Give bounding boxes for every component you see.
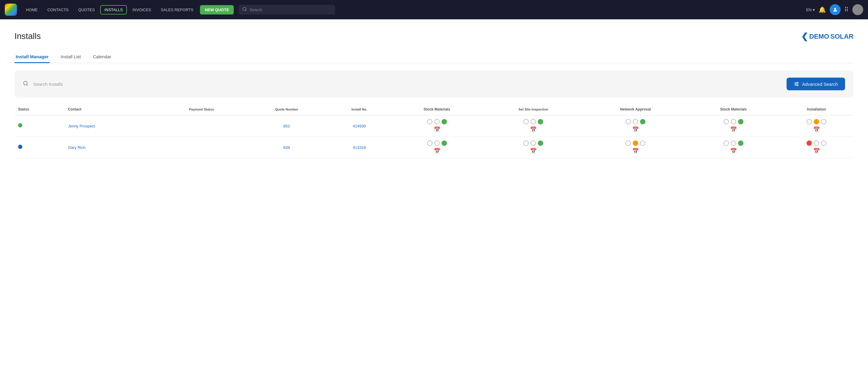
cell-quote-number: 852 xyxy=(246,115,328,137)
calendar-icon[interactable]: 📅 xyxy=(530,127,536,133)
radio-green-dot xyxy=(441,140,447,146)
nav-home[interactable]: HOME xyxy=(22,5,42,15)
col-header-network-approval: Network Approval xyxy=(584,105,687,115)
radio-red-dot xyxy=(806,140,812,146)
calendar-icon[interactable]: 📅 xyxy=(632,127,639,133)
svg-point-5 xyxy=(795,84,796,85)
radio-empty-dot xyxy=(731,119,736,124)
cell-status xyxy=(14,115,64,137)
svg-point-0 xyxy=(243,7,246,10)
col-header-install-no: Install No. xyxy=(328,105,391,115)
cell-installation: 📅 xyxy=(780,115,854,137)
tab-install-manager[interactable]: Install Manager xyxy=(14,51,50,63)
language-selector[interactable]: EN ▾ xyxy=(806,7,815,12)
cell-status xyxy=(14,137,64,158)
radio-green-dot xyxy=(441,119,447,124)
cell-payment-status xyxy=(158,115,245,137)
cell-stock-materials2: 📅 xyxy=(687,137,779,158)
col-header-quote-number: Quote Number xyxy=(246,105,328,115)
radio-empty-dot xyxy=(723,119,729,124)
nav-sales-reports[interactable]: SALES REPORTS xyxy=(157,5,197,15)
radio-group: 📅 xyxy=(395,119,479,133)
page-header: Installs ❮ DEMOSOLAR xyxy=(14,31,854,41)
radio-green-dot xyxy=(640,119,645,124)
contact-link[interactable]: Jenny Prospect xyxy=(68,124,95,128)
calendar-icon[interactable]: 📅 xyxy=(730,127,737,133)
brand-demo-text: DEMO xyxy=(809,33,829,40)
radio-group: 📅 xyxy=(783,140,850,154)
brand-logo: ❮ DEMOSOLAR xyxy=(801,31,854,41)
app-logo xyxy=(5,4,17,16)
radio-empty-dot xyxy=(427,140,433,146)
nav-installs[interactable]: INSTALLS xyxy=(100,5,127,15)
cell-site-inspection: 📅 xyxy=(483,137,584,158)
calendar-icon[interactable]: 📅 xyxy=(813,148,820,154)
col-header-status: Status xyxy=(14,105,64,115)
install-no-link[interactable]: 414930 xyxy=(353,124,366,128)
radio-empty-dot xyxy=(530,119,536,124)
quote-number-link[interactable]: 852 xyxy=(283,124,290,128)
nav-search-bar[interactable] xyxy=(239,5,335,15)
cell-payment-status xyxy=(158,137,245,158)
cell-stock-materials: 📅 xyxy=(391,115,483,137)
user-avatar-gray[interactable] xyxy=(852,4,863,15)
advanced-search-button[interactable]: Advanced Search xyxy=(786,78,845,90)
advanced-search-label: Advanced Search xyxy=(802,82,838,87)
calendar-icon[interactable]: 📅 xyxy=(434,148,440,154)
apps-grid-icon[interactable]: ⠿ xyxy=(844,6,849,13)
radio-empty-dot xyxy=(821,119,826,124)
search-installs-input[interactable] xyxy=(33,82,782,87)
install-no-link[interactable]: 413319 xyxy=(353,145,366,150)
cell-install-no: 414930 xyxy=(328,115,391,137)
radio-empty-dot xyxy=(523,140,529,146)
cell-network-approval: 📅 xyxy=(584,115,687,137)
calendar-icon[interactable]: 📅 xyxy=(730,148,737,154)
nav-right-controls: EN ▾ 🔔 ⠿ xyxy=(806,4,863,15)
nav-search-input[interactable] xyxy=(249,7,332,12)
radio-empty-dot xyxy=(821,140,826,146)
radio-empty-dot xyxy=(427,119,433,124)
search-installs-icon xyxy=(23,81,28,88)
cell-site-inspection: 📅 xyxy=(483,115,584,137)
radio-group: 📅 xyxy=(395,140,479,154)
radio-group: 📅 xyxy=(691,119,776,133)
user-avatar-blue[interactable] xyxy=(830,4,841,15)
calendar-icon[interactable]: 📅 xyxy=(632,148,639,154)
col-header-contact: Contact xyxy=(64,105,158,115)
cell-stock-materials2: 📅 xyxy=(687,115,779,137)
radio-green-dot xyxy=(538,140,543,146)
installs-table: Status Contact Payment Status Quote Numb… xyxy=(14,105,854,158)
nav-quotes[interactable]: QUOTES xyxy=(74,5,99,15)
col-header-stock-materials: Stock Materials xyxy=(391,105,483,115)
cell-installation: 📅 xyxy=(780,137,854,158)
tab-calendar[interactable]: Calendar xyxy=(92,51,113,63)
radio-group: 📅 xyxy=(487,119,580,133)
nav-contacts[interactable]: CONTACTS xyxy=(43,5,73,15)
svg-point-6 xyxy=(797,82,798,83)
radio-empty-dot xyxy=(806,119,812,124)
notification-bell[interactable]: 🔔 xyxy=(818,6,826,13)
radio-empty-dot xyxy=(625,140,631,146)
radio-green-dot xyxy=(538,119,543,124)
quote-number-link[interactable]: 839 xyxy=(283,145,290,150)
radio-empty-dot xyxy=(434,140,440,146)
advanced-search-icon xyxy=(794,81,799,87)
nav-invoices[interactable]: INVOICES xyxy=(128,5,155,15)
svg-point-3 xyxy=(24,81,27,85)
radio-group: 📅 xyxy=(587,140,684,154)
page-title: Installs xyxy=(14,31,41,41)
tabs-bar: Install Manager Install List Calendar xyxy=(14,51,854,63)
calendar-icon[interactable]: 📅 xyxy=(530,148,536,154)
cell-contact: Gary Rich xyxy=(64,137,158,158)
radio-orange-dot xyxy=(814,119,819,124)
table-row: Jenny Prospect 852 414930 📅 📅 📅 📅 📅 xyxy=(14,115,854,137)
cell-network-approval: 📅 xyxy=(584,137,687,158)
svg-line-1 xyxy=(246,10,246,11)
radio-green-dot xyxy=(738,119,743,124)
contact-link[interactable]: Gary Rich xyxy=(68,145,85,150)
calendar-icon[interactable]: 📅 xyxy=(434,127,440,133)
table-row: Gary Rich 839 413319 📅 📅 📅 📅 📅 xyxy=(14,137,854,158)
calendar-icon[interactable]: 📅 xyxy=(813,127,820,133)
new-quote-button[interactable]: NEW QUOTE xyxy=(200,5,234,15)
tab-install-list[interactable]: Install List xyxy=(59,51,82,63)
